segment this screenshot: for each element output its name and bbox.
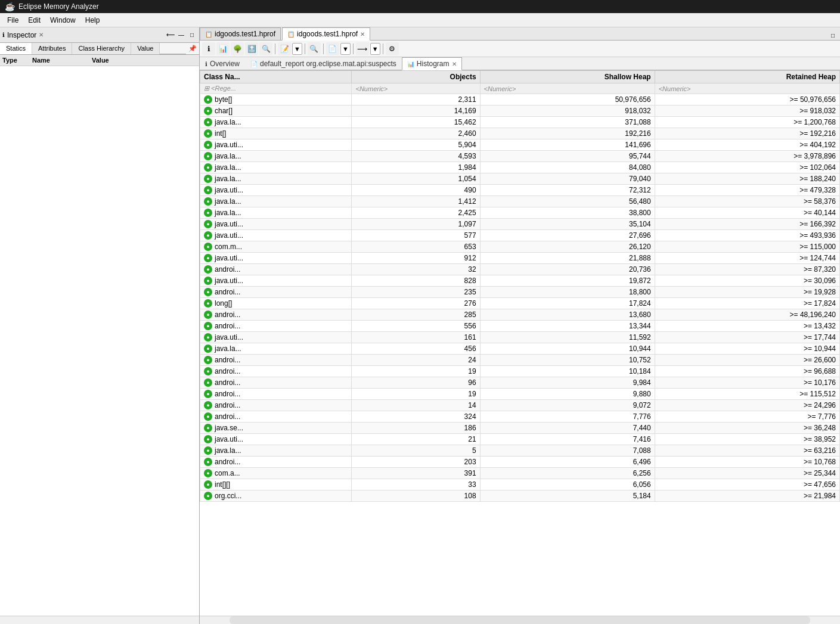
toolbar-histogram-btn[interactable]: 📊 [216,42,230,55]
table-row[interactable]: ●java.se...1867,440>= 36,248 [200,423,840,434]
content-tab-overview[interactable]: ℹ Overview [200,57,245,70]
menu-edit[interactable]: Edit [23,15,45,26]
col-objects[interactable]: Objects [352,71,480,83]
filter-retained[interactable]: <Numeric> [655,83,839,94]
inspector-maximize-btn[interactable]: □ [187,30,197,40]
tab-value[interactable]: Value [131,43,160,54]
menu-file[interactable]: File [2,15,23,26]
inspector-bottom-scroll[interactable] [0,616,199,624]
toolbar-report-btn[interactable]: 📄 [326,42,339,55]
content-tabs: ℹ Overview 📄 default_report org.eclipse.… [200,57,840,70]
cell-retained-heap: >= 918,032 [655,105,839,117]
table-row[interactable]: ●int[][]336,056>= 47,656 [200,479,840,490]
toolbar-search-btn[interactable]: 🔍 [308,42,321,55]
toolbar-nav-btn[interactable]: ⟶ [356,42,369,55]
tab-attributes[interactable]: Attributes [32,43,72,54]
cell-shallow-heap: 9,984 [480,377,655,389]
table-row[interactable]: ●androi...23518,800>= 19,928 [200,287,840,298]
inspector-navigate-btn[interactable]: ⟵ [166,30,175,40]
toolbar-dominator-btn[interactable]: 🌳 [231,42,244,55]
table-row[interactable]: ●byte[]2,31150,976,656>= 50,976,656 [200,94,840,105]
file-tab-1[interactable]: 📋 idgoods.test1.hprof ✕ [282,27,370,41]
tab-statics[interactable]: Statics [0,43,32,54]
menu-window[interactable]: Window [45,15,80,26]
inspector-tabs: Statics Attributes Class Hierarchy Value… [0,43,199,55]
table-row[interactable]: ●java.uti...217,416>= 38,952 [200,434,840,445]
table-row[interactable]: ●java.uti...1,09735,104>= 166,392 [200,219,840,230]
table-row[interactable]: ●androi...199,880>= 115,512 [200,389,840,400]
filter-objects[interactable]: <Numeric> [352,83,480,94]
table-row[interactable]: ●java.uti...82819,872>= 30,096 [200,275,840,287]
inspector-header-left: ℹ Inspector ✕ [2,31,44,39]
toolbar-nav-dropdown[interactable]: ▼ [370,43,380,55]
toolbar-info-btn[interactable]: ℹ [202,42,215,55]
table-row[interactable]: ●java.la...2,42538,800>= 40,144 [200,207,840,219]
toolbar-top-consumers-btn[interactable]: 🔝 [245,42,258,55]
file-tab-close-1[interactable]: ✕ [360,31,365,38]
cell-objects: 276 [352,298,480,309]
col-retained-heap[interactable]: Retained Heap [655,71,839,83]
table-row[interactable]: ●androi...2410,752>= 26,600 [200,355,840,366]
inspector-column-headers: Type Name Value [0,55,199,66]
table-row[interactable]: ●java.la...15,462371,088>= 1,200,768 [200,117,840,128]
table-row[interactable]: ●com.m...65326,120>= 115,000 [200,241,840,253]
cell-retained-heap: >= 30,096 [655,275,839,287]
table-row[interactable]: ●androi...3220,736>= 87,320 [200,264,840,275]
table-row[interactable]: ●androi...149,072>= 24,296 [200,400,840,411]
cell-class-name: ●com.a... [200,468,352,479]
table-row[interactable]: ●androi...3247,776>= 7,776 [200,411,840,423]
bottom-scrollbar[interactable] [200,616,840,624]
cell-objects: 2,460 [352,128,480,139]
table-row[interactable]: ●androi...2036,496>= 10,768 [200,457,840,468]
toolbar-report-dropdown[interactable]: ▼ [340,43,351,55]
table-row[interactable]: ●java.la...1,98484,080>= 102,064 [200,162,840,173]
filter-shallow[interactable]: <Numeric> [480,83,655,94]
maximize-editor-btn[interactable]: □ [828,30,838,40]
table-row[interactable]: ●java.la...4,59395,744>= 3,978,896 [200,151,840,162]
table-row[interactable]: ●java.uti...91221,888>= 124,744 [200,253,840,264]
table-row[interactable]: ●androi...55613,344>= 13,432 [200,321,840,332]
col-shallow-heap[interactable]: Shallow Heap [480,71,655,83]
filter-class[interactable]: ⊞ <Rege... [200,83,352,94]
table-row[interactable]: ●java.uti...16111,592>= 17,744 [200,332,840,343]
toolbar-oql-dropdown[interactable]: ▼ [292,43,302,55]
inspector-close-icon[interactable]: ✕ [39,32,44,38]
table-row[interactable]: ●int[]2,460192,216>= 192,216 [200,128,840,139]
table-row[interactable]: ●long[]27617,824>= 17,824 [200,298,840,309]
cell-shallow-heap: 27,696 [480,230,655,241]
tab-class-hierarchy[interactable]: Class Hierarchy [72,43,131,54]
table-row[interactable]: ●com.a...3916,256>= 25,344 [200,468,840,479]
table-row[interactable]: ●java.la...57,088>= 63,216 [200,445,840,457]
content-tab-default-report[interactable]: 📄 default_report org.eclipse.mat.api:sus… [245,57,402,70]
table-wrapper[interactable]: Class Na... Objects Shallow Heap Retaine… [200,70,840,616]
cell-objects: 285 [352,309,480,321]
table-row[interactable]: ●java.uti...57727,696>= 493,936 [200,230,840,241]
cell-class-name: ●java.uti... [200,253,352,264]
table-row[interactable]: ●androi...1910,184>= 96,688 [200,366,840,377]
table-row[interactable]: ●java.uti...49072,312>= 479,328 [200,185,840,196]
cell-objects: 15,462 [352,117,480,128]
table-row[interactable]: ●java.la...1,41256,480>= 58,376 [200,196,840,207]
cell-shallow-heap: 26,120 [480,241,655,253]
table-row[interactable]: ●androi...28513,680>= 48,196,240 [200,309,840,321]
menu-help[interactable]: Help [80,15,105,26]
table-row[interactable]: ●java.la...1,05479,040>= 188,240 [200,173,840,185]
cell-class-name: ●androi... [200,457,352,468]
class-icon: ● [204,288,212,296]
table-row[interactable]: ●androi...969,984>= 10,176 [200,377,840,389]
inspector-pin-icon[interactable]: 📌 [186,43,199,54]
file-tab-0[interactable]: 📋 idgoods.test1.hprof [200,27,281,40]
table-row[interactable]: ●java.la...45610,944>= 10,944 [200,343,840,355]
table-row[interactable]: ●java.uti...5,904141,696>= 404,192 [200,139,840,151]
toolbar-suspects-btn[interactable]: 🔍 [259,42,272,55]
toolbar-extras-btn[interactable]: ⚙ [386,42,399,55]
content-tab-histogram[interactable]: 📊 Histogram ✕ [402,57,462,70]
table-row[interactable]: ●org.cci...1085,184>= 21,984 [200,490,840,502]
toolbar-oql-btn[interactable]: 📝 [278,42,291,55]
cell-objects: 5 [352,445,480,457]
table-row[interactable]: ●char[]14,169918,032>= 918,032 [200,105,840,117]
histogram-tab-close[interactable]: ✕ [452,61,457,67]
cell-retained-heap: >= 7,776 [655,411,839,423]
inspector-minimize-btn[interactable]: — [176,30,186,40]
col-class-name[interactable]: Class Na... [200,71,352,83]
